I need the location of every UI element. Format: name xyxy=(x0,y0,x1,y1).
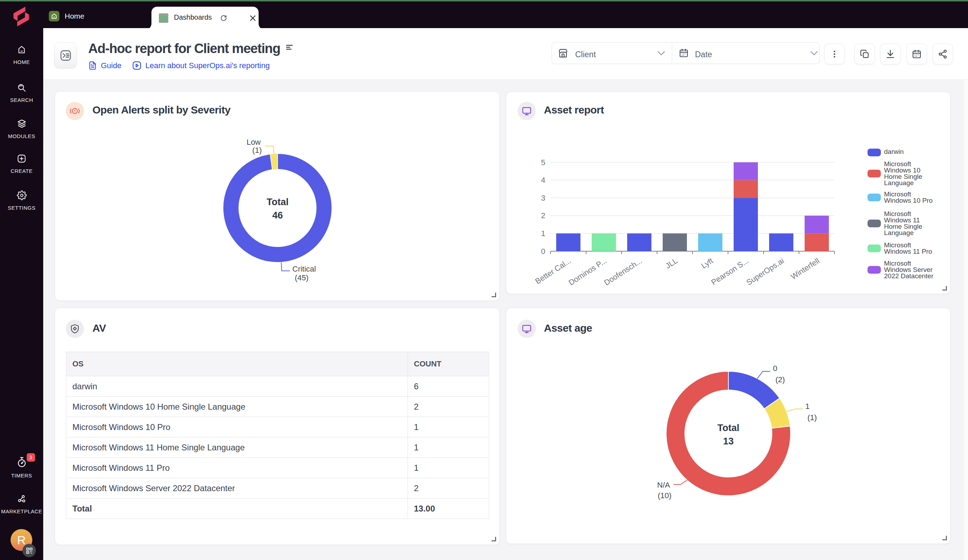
svg-text:(45): (45) xyxy=(295,273,308,282)
svg-text:4: 4 xyxy=(541,176,545,184)
svg-text:(2): (2) xyxy=(776,375,785,384)
svg-text:3: 3 xyxy=(541,194,545,202)
svg-text:0: 0 xyxy=(541,247,545,256)
svg-text:Lyft: Lyft xyxy=(699,256,715,270)
svg-text:SuperOps.ai: SuperOps.ai xyxy=(745,256,786,287)
svg-text:1: 1 xyxy=(805,402,809,411)
svg-text:Pearson S...: Pearson S... xyxy=(710,256,750,287)
svg-text:0: 0 xyxy=(773,364,777,373)
svg-text:H: H xyxy=(160,14,161,16)
svg-text:13: 13 xyxy=(723,436,734,447)
svg-text:Low: Low xyxy=(247,138,261,146)
svg-text:(10): (10) xyxy=(658,491,671,500)
svg-text:Total: Total xyxy=(267,197,289,207)
svg-text:46: 46 xyxy=(272,210,283,220)
svg-text:(1): (1) xyxy=(807,413,817,422)
svg-text:JLL: JLL xyxy=(664,256,679,270)
svg-text:N/A: N/A xyxy=(657,480,670,489)
svg-text:Total: Total xyxy=(718,422,739,433)
svg-text:(1): (1) xyxy=(252,146,262,154)
svg-text:Winterfell: Winterfell xyxy=(789,256,821,281)
svg-text:2: 2 xyxy=(541,211,545,220)
svg-text:5: 5 xyxy=(541,158,545,167)
svg-text:Doofensch...: Doofensch... xyxy=(603,256,644,287)
svg-text:Better Cal...: Better Cal... xyxy=(534,256,573,286)
svg-text:Critical: Critical xyxy=(292,265,316,273)
svg-text:Dominos P...: Dominos P... xyxy=(567,256,608,287)
svg-text:1: 1 xyxy=(541,229,545,238)
